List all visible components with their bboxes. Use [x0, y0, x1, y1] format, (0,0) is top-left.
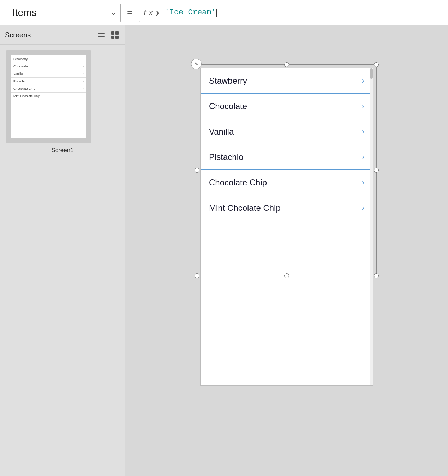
main-canvas: Stawberry › Chocolate › Vanilla › Pistac… [125, 25, 448, 476]
list-item-text: Chocolate Chip [209, 178, 267, 188]
list-view-icon [98, 33, 105, 37]
text-cursor [216, 9, 217, 17]
left-panel: Screens Sta [0, 25, 125, 476]
screen-card: Stawberry› Chocolate› Vanilla› Pistachio… [11, 55, 86, 138]
chevron-right-icon: › [362, 127, 364, 136]
chevron-right-icon: › [362, 102, 364, 111]
property-selector[interactable]: Items ⌄ [8, 4, 121, 22]
app-frame: Stawberry › Chocolate › Vanilla › Pistac… [200, 68, 373, 386]
icon-line-1 [98, 33, 105, 34]
handle-mid-left [195, 168, 199, 173]
handle-bottom-right [374, 273, 379, 278]
chevron-right-icon: › [362, 178, 364, 187]
list-item[interactable]: Mint Chcolate Chip › [201, 195, 373, 221]
screens-icons [96, 30, 120, 40]
list-view-button[interactable] [96, 31, 106, 38]
formula-chevron-icon: ❯ [155, 10, 160, 16]
grid-view-icon [111, 31, 119, 39]
screen-card-item-2: Chocolate› [11, 63, 86, 70]
screen-card-item-1: Stawberry› [11, 55, 86, 63]
screen-label: Screen1 [6, 147, 119, 154]
icon-line-2 [98, 35, 103, 35]
dropdown-arrow-icon: ⌄ [111, 9, 116, 17]
grid-cell-3 [111, 36, 114, 39]
property-label: Items [12, 7, 107, 18]
icon-line-3 [98, 36, 105, 37]
list-item-text: Mint Chcolate Chip [209, 203, 281, 213]
scrollbar-track [370, 68, 373, 385]
screens-header: Screens [0, 25, 125, 45]
formula-value: 'Ice Cream' [165, 8, 216, 17]
list-container: Stawberry › Chocolate › Vanilla › Pistac… [201, 68, 373, 221]
canvas-area: Stawberry › Chocolate › Vanilla › Pistac… [200, 68, 373, 386]
list-item[interactable]: Stawberry › [201, 68, 373, 94]
screen-thumbnail[interactable]: Stawberry› Chocolate› Vanilla› Pistachio… [6, 50, 91, 143]
grid-cell-4 [115, 36, 119, 39]
scrollbar-thumb[interactable] [370, 68, 373, 79]
list-item[interactable]: Vanilla › [201, 119, 373, 144]
screen-card-item-3: Vanilla› [11, 70, 86, 78]
formula-fx-icon: f [144, 8, 146, 17]
grid-view-button[interactable] [110, 30, 120, 40]
handle-mid-right [374, 168, 379, 173]
screen-card-item-6: Mint Chcolate Chip› [11, 93, 86, 100]
formula-bar[interactable]: fx ❯ 'Ice Cream' [139, 4, 442, 22]
grid-cell-1 [111, 31, 114, 35]
handle-bottom-left [195, 273, 199, 278]
list-item[interactable]: Chocolate › [201, 94, 373, 119]
list-item-text: Stawberry [209, 76, 247, 86]
top-bar: Items ⌄ = fx ❯ 'Ice Cream' [0, 0, 448, 25]
list-item-text: Chocolate [209, 101, 247, 111]
chevron-right-icon: › [362, 203, 364, 213]
chevron-right-icon: › [362, 153, 364, 162]
screens-title: Screens [5, 31, 96, 39]
list-item[interactable]: Pistachio › [201, 144, 373, 170]
list-item[interactable]: Chocolate Chip › [201, 170, 373, 195]
chevron-right-icon: › [362, 76, 364, 85]
handle-top-right [374, 62, 379, 67]
handle-top-left [195, 62, 199, 67]
list-item-text: Pistachio [209, 152, 243, 162]
handle-top-center [284, 62, 289, 67]
pencil-icon: ✎ [195, 61, 198, 67]
grid-cell-2 [115, 31, 119, 35]
equals-sign: = [127, 7, 133, 18]
screen-card-item-4: Pistachio› [11, 78, 86, 85]
list-item-text: Vanilla [209, 127, 234, 137]
formula-x-icon: x [149, 8, 153, 17]
screen-thumbnail-container: Stawberry› Chocolate› Vanilla› Pistachio… [0, 45, 125, 160]
screen-card-item-5: Chocolate Chip› [11, 85, 86, 93]
